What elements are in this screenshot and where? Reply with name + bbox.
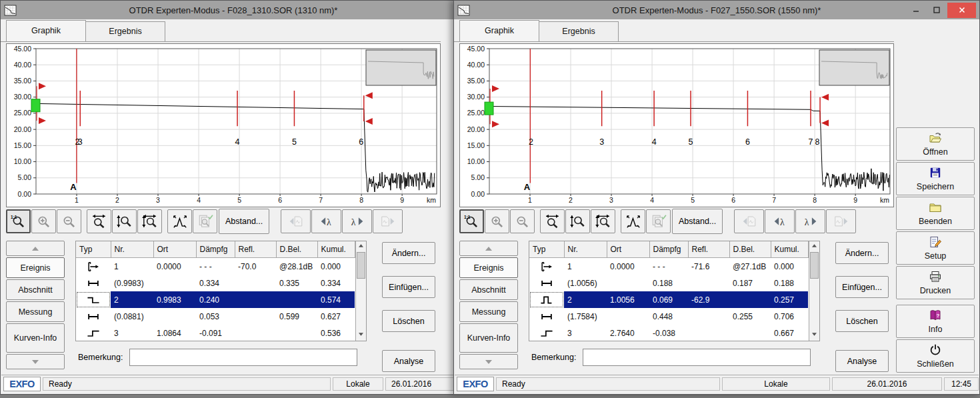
event-row[interactable]: 21.00560.069-62.90.257 <box>529 291 808 308</box>
open-folder-icon <box>929 131 942 147</box>
tab-graphik[interactable]: Graphik <box>459 20 539 41</box>
column-header-ort[interactable]: Ort <box>607 241 649 258</box>
zoom-1to1-button[interactable]: 1:1 <box>6 209 31 233</box>
scroll-up-button[interactable] <box>809 241 820 252</box>
sidebar-item-messung[interactable]: Messung <box>459 301 518 322</box>
zoom-both-button[interactable] <box>137 209 162 233</box>
event-row[interactable]: (0.9983)0.3340.3350.334 <box>76 275 355 291</box>
otdr-chart[interactable]: 0.005.0010.0015.0020.0025.0030.0035.0040… <box>6 43 441 207</box>
sidebar-item-abschnitt[interactable]: Abschnitt <box>459 279 518 300</box>
event-row[interactable]: 10.0000- - --70.0@28.1dB0.000 <box>76 258 355 275</box>
zoom-both-button[interactable] <box>591 209 615 233</box>
tab-ergebnis[interactable]: Ergebnis <box>85 21 165 41</box>
event-row[interactable]: (1.0056)0.1880.1870.188 <box>529 275 808 291</box>
column-header-dbel[interactable]: D.Bel. <box>276 241 317 258</box>
otdr-chart[interactable]: 0.005.0010.0015.0020.0025.0030.0035.0040… <box>459 43 894 207</box>
event-row[interactable]: (1.7584)0.4480.2550.706 <box>529 308 808 325</box>
zoom-horizontal-button[interactable] <box>540 209 565 233</box>
zoom-vertical-button[interactable] <box>112 209 137 233</box>
event-row[interactable]: 32.7640-0.0380.667 <box>529 325 808 341</box>
bemerkung-input[interactable] <box>129 349 357 366</box>
prev-wavelength-button[interactable]: λ <box>765 209 795 233</box>
scrollbar-thumb[interactable] <box>357 252 366 279</box>
zoom-vertical-button[interactable] <box>565 209 590 233</box>
event-row[interactable]: 10.0000- - --71.6@27.1dB0.000 <box>529 258 808 275</box>
scroll-categories-up-button[interactable] <box>6 241 65 256</box>
sidebar-item-ereignis[interactable]: Ereignis <box>459 257 518 278</box>
schließen-button[interactable]: Schließen <box>896 339 975 373</box>
zoom-in-icon <box>489 214 505 229</box>
abstand-button[interactable]: Abstand... <box>672 209 723 234</box>
analyse-button[interactable]: Analyse <box>382 350 435 372</box>
event-cell: - - - <box>649 258 688 275</box>
sidebar-item-messung[interactable]: Messung <box>6 301 65 322</box>
ändern-button[interactable]: Ändern... <box>835 242 889 264</box>
column-header-typ[interactable]: Typ <box>76 241 111 258</box>
column-header-dbel[interactable]: D.Bel. <box>729 241 771 258</box>
zoom-out-button <box>510 209 535 233</box>
svg-text:7: 7 <box>772 196 776 204</box>
einfügen-button[interactable]: Einfügen... <box>835 276 889 298</box>
column-header-refl[interactable]: Refl. <box>235 241 276 258</box>
zoom-1to1-button[interactable]: 1:1 <box>459 209 484 233</box>
scroll-categories-down-button[interactable] <box>459 354 518 369</box>
sidebar-item-kurven-info[interactable]: Kurven-Info <box>6 323 65 353</box>
column-header-typ[interactable]: Typ <box>529 241 564 258</box>
info-button[interactable]: ?Info <box>896 305 975 338</box>
scroll-categories-down-button[interactable] <box>6 354 65 369</box>
zoom-event-button[interactable] <box>167 209 192 233</box>
zoom-event-button[interactable] <box>621 209 645 233</box>
drucken-button[interactable]: Drucken <box>896 266 975 299</box>
bemerkung-input[interactable] <box>583 349 811 366</box>
zoom-horizontal-button[interactable] <box>87 209 111 233</box>
löschen-button[interactable]: Löschen <box>382 310 435 332</box>
analyse-button[interactable]: Analyse <box>835 350 889 372</box>
sidebar-item-kurven-info[interactable]: Kurven-Info <box>459 323 518 353</box>
scroll-up-button[interactable] <box>356 241 367 252</box>
minimize-button[interactable] <box>906 3 926 18</box>
scroll-categories-up-button[interactable] <box>459 241 518 256</box>
einfügen-button[interactable]: Einfügen... <box>382 276 435 298</box>
next-wavelength-button[interactable]: λ <box>342 209 372 233</box>
scroll-down-button[interactable] <box>356 330 367 341</box>
scroll-down-button[interactable] <box>809 330 820 341</box>
events-table-scrollbar[interactable] <box>355 241 367 341</box>
beenden-button[interactable]: Beenden <box>896 197 975 230</box>
events-table-scrollbar[interactable] <box>809 241 820 341</box>
ändern-button[interactable]: Ändern... <box>382 242 435 264</box>
tab-graphik[interactable]: Graphik <box>6 20 86 41</box>
svg-text:5: 5 <box>691 196 695 204</box>
prev-wavelength-button[interactable]: λ <box>311 209 341 233</box>
column-header-kumul[interactable]: Kumul. <box>771 241 808 258</box>
column-header-refl[interactable]: Refl. <box>688 241 729 258</box>
next-wavelength-button[interactable]: λ <box>795 209 825 233</box>
prev-wavelength-icon: λ <box>319 214 335 229</box>
setup-button[interactable]: Setup <box>896 231 975 265</box>
tab-ergebnis[interactable]: Ergebnis <box>539 21 619 41</box>
event-row[interactable]: 31.0864-0.0910.536 <box>76 325 355 341</box>
sidebar-item-ereignis[interactable]: Ereignis <box>6 257 65 278</box>
scrollbar-track[interactable] <box>809 279 820 330</box>
event-row[interactable]: (0.0881)0.0530.5990.627 <box>76 308 355 325</box>
column-header-dmpfg[interactable]: Dämpfg <box>649 241 688 258</box>
öffnen-button[interactable]: Öffnen <box>896 127 975 161</box>
scrollbar-track[interactable] <box>356 279 367 330</box>
scrollbar-thumb[interactable] <box>810 252 819 279</box>
column-header-dmpfg[interactable]: Dämpfg <box>196 241 235 258</box>
column-header-kumul[interactable]: Kumul. <box>317 241 355 258</box>
svg-text:λ: λ <box>805 217 809 227</box>
event-row[interactable]: 20.99830.2400.574 <box>76 291 355 308</box>
zoom-in-icon <box>36 214 52 229</box>
close-button[interactable] <box>947 3 976 18</box>
löschen-button[interactable]: Löschen <box>835 310 889 332</box>
zoom-both-icon <box>142 214 158 229</box>
column-header-ort[interactable]: Ort <box>153 241 196 258</box>
abstand-button[interactable]: Abstand... <box>219 209 269 234</box>
column-header-nr[interactable]: Nr. <box>564 241 607 258</box>
column-header-nr[interactable]: Nr. <box>111 241 153 258</box>
sidebar-item-label: Ereignis <box>473 263 503 273</box>
tab-bar: GraphikErgebnis <box>454 19 894 42</box>
sidebar-item-abschnitt[interactable]: Abschnitt <box>6 279 65 300</box>
maximize-button[interactable] <box>927 3 947 18</box>
speichern-button[interactable]: Speichern <box>896 162 975 195</box>
